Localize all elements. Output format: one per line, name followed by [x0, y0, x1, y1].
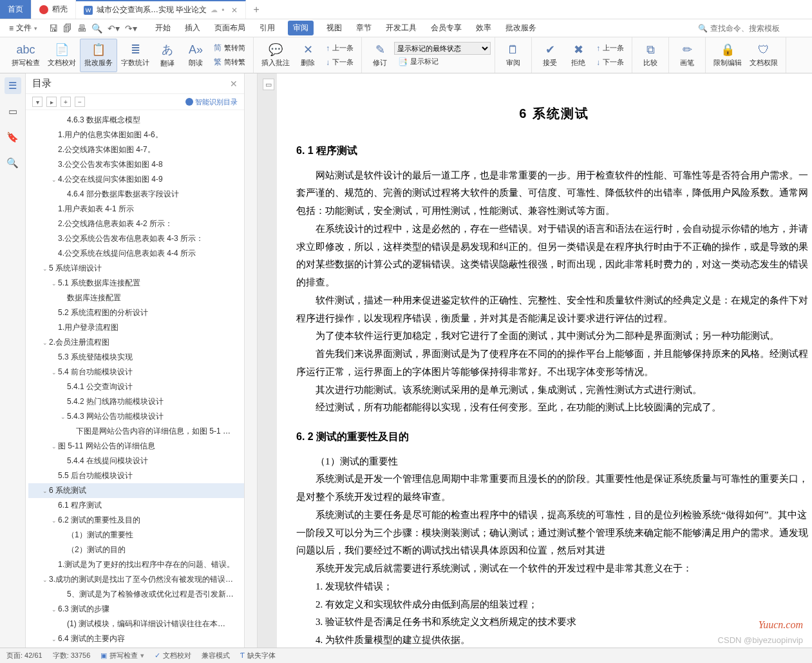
outline-item[interactable]: 数据库连接配置 [28, 291, 244, 305]
tab-document-active[interactable]: W 城市公交查询系…实现 毕业论文 ☁ • ✕ [76, 0, 246, 19]
search-input[interactable] [710, 24, 788, 33]
outline-view-icon[interactable]: ☰ [5, 77, 21, 94]
menu-6[interactable]: 章节 [355, 20, 373, 36]
show-markup-button[interactable]: 📑显示标记 [394, 55, 491, 69]
marksvc-button[interactable]: 📋批改服务 [80, 39, 117, 72]
outline-item[interactable]: ⌄图 5-11 网站公告的详细信息 [28, 439, 244, 454]
outline-item[interactable]: ⌄2.会员注册流程图 [28, 335, 244, 350]
readaloud-button[interactable]: A»朗读 [182, 39, 210, 72]
toggle-icon[interactable]: ⌄ [50, 280, 58, 287]
outline-item[interactable]: （2）测试的目的 [28, 543, 244, 557]
toggle-icon[interactable]: ⌄ [59, 414, 67, 420]
outline-item[interactable]: 1.用户登录流程图 [28, 320, 244, 335]
outline-item[interactable]: ⌄6.3 测试的步骤 [28, 602, 244, 617]
compare-button[interactable]: ⧉比较 [636, 39, 665, 72]
outline-item[interactable]: 1.测试是为了更好的找出程序中存在的问题、错误。 [28, 557, 244, 572]
tab-menu-icon[interactable]: • [222, 6, 224, 15]
outline-item[interactable]: ⌄5 系统详细设计 [28, 261, 244, 276]
redo-icon[interactable]: ↷▾ [125, 23, 137, 34]
outline-item[interactable]: (1) 测试模块，编码和详细设计错误往往在本… [28, 617, 244, 631]
expand-icon[interactable]: ▸ [46, 97, 57, 107]
undo-icon[interactable]: ↶▾ [108, 23, 120, 34]
toggle-icon[interactable]: ⌄ [50, 177, 58, 183]
word-count[interactable]: 字数: 33756 [53, 651, 91, 660]
toggle-icon[interactable]: ⌄ [50, 443, 58, 450]
tab-home[interactable]: 首页 [0, 0, 32, 19]
toggle-icon[interactable]: ⌄ [50, 369, 58, 376]
outline-item[interactable]: ⌄4.公交在线提问实体图如图 4-9 [28, 172, 244, 187]
print-icon[interactable]: 🖶 [77, 23, 86, 34]
ink-button[interactable]: ✏画笔 [673, 39, 701, 72]
outline-item[interactable]: 下图是网站公告内容的详细信息，如图 5-1 … [28, 424, 244, 439]
outline-item[interactable]: 4.公交系统在线提问信息表如表 4-4 所示 [28, 246, 244, 261]
outline-item[interactable]: 3.公交公告发布实体图如图 4-8 [28, 157, 244, 172]
close-tab-icon[interactable]: ✕ [231, 6, 238, 15]
toggle-icon[interactable]: ⌄ [41, 577, 49, 583]
toggle-icon[interactable]: ⌄ [50, 517, 58, 524]
translate-button[interactable]: あ翻译 [153, 39, 182, 72]
outline-item[interactable]: ⌄5.1 系统数据库连接配置 [28, 276, 244, 291]
menu-10[interactable]: 批改服务 [504, 20, 538, 36]
status-proofread[interactable]: ✓文档校对 [155, 651, 191, 660]
status-compat-mode[interactable]: 兼容模式 [202, 651, 230, 660]
delete-comment-button[interactable]: ✕删除 [294, 39, 322, 72]
toggle-icon[interactable]: ⌄ [41, 488, 49, 494]
smart-outline-button[interactable]: 智能识别目录 [185, 97, 238, 107]
outline-item[interactable]: ⌄5.4.3 网站公告功能模块设计 [28, 409, 244, 424]
save-icon[interactable]: 🖫 [49, 23, 58, 34]
find-icon[interactable]: 🔍 [5, 155, 21, 171]
trad-to-simp-button[interactable]: 简繁转简 [210, 41, 249, 55]
outline-item[interactable]: 5.4.2 热门线路功能模块设计 [28, 394, 244, 409]
restrict-edit-button[interactable]: 🔒限制编辑 [710, 39, 746, 72]
close-outline-icon[interactable]: ✕ [230, 79, 238, 89]
toggle-icon[interactable]: ⌄ [50, 636, 58, 642]
file-menu[interactable]: ≡文件▾ [5, 21, 41, 35]
wordcount-button[interactable]: ≣字数统计 [117, 39, 153, 72]
accept-button[interactable]: ✔接受 [536, 39, 564, 72]
outline-item[interactable]: 5.4.4 在线提问模块设计 [28, 454, 244, 468]
menu-3[interactable]: 引用 [258, 20, 276, 36]
menu-8[interactable]: 会员专享 [430, 20, 463, 36]
nav-icon[interactable]: ▭ [5, 103, 21, 120]
outline-item[interactable]: ⌄6 系统测试 [28, 483, 244, 498]
menu-7[interactable]: 开发工具 [384, 20, 418, 36]
document-page[interactable]: 6 系统测试 6. 1 程序测试 网站测试是软件设计的最后一道工序，也是非常重要… [277, 73, 812, 648]
outline-item[interactable]: （1）测试的重要性 [28, 528, 244, 543]
prev-change-button[interactable]: ↑上一条 [592, 41, 628, 55]
collapse-all-icon[interactable]: ▾ [32, 97, 42, 107]
simp-to-trad-button[interactable]: 繁简转繁 [210, 55, 249, 70]
page-indicator[interactable]: 页面: 42/61 [6, 651, 42, 660]
status-missing-font[interactable]: Ƭ缺失字体 [240, 651, 276, 660]
outline-item[interactable]: 5.5 后台功能模块设计 [28, 468, 244, 483]
toggle-icon[interactable]: ⌄ [41, 340, 49, 346]
outline-item[interactable]: ⌄6.4 测试的主要内容 [28, 631, 244, 646]
next-change-button[interactable]: ↓下一条 [592, 55, 628, 70]
add-heading-icon[interactable]: + [61, 97, 71, 107]
outline-item[interactable]: 5.4.1 公交查询设计 [28, 380, 244, 394]
outline-item[interactable]: 1.用户的信息实体图如图 4-6。 [28, 128, 244, 142]
menu-9[interactable]: 效率 [475, 20, 493, 36]
track-changes-button[interactable]: ✎修订 [366, 39, 394, 72]
outline-item[interactable]: 4.6.4 部分数据库数据表字段设计 [28, 187, 244, 202]
reject-button[interactable]: ✖拒绝 [564, 39, 592, 72]
prev-comment-button[interactable]: ↑上一条 [322, 41, 357, 55]
insert-comment-button[interactable]: 💬插入批注 [258, 39, 294, 72]
markup-display-select[interactable]: 显示标记的最终状态 [394, 42, 491, 55]
outline-item[interactable]: 4.6.3 数据库概念模型 [28, 113, 244, 128]
menu-0[interactable]: 开始 [154, 20, 172, 36]
outline-item[interactable]: 2.公交线路实体图如图 4-7。 [28, 142, 244, 157]
outline-item[interactable]: 3.公交系统公告发布信息表如表 4-3 所示： [28, 231, 244, 246]
doc-permission-button[interactable]: 🛡文档权限 [746, 39, 782, 72]
outline-item[interactable]: ⌄5.4 前台功能模块设计 [28, 365, 244, 380]
outline-item[interactable]: 6.1 程序测试 [28, 498, 244, 513]
outline-item[interactable]: 5.3 系统登陆模块实现 [28, 350, 244, 365]
menu-5[interactable]: 视图 [325, 20, 343, 36]
spellcheck-button[interactable]: abc拼写检查 [8, 39, 44, 72]
bookmark-icon[interactable]: 🔖 [5, 129, 21, 146]
tab-docer[interactable]: 稻壳 [32, 0, 76, 19]
save-as-icon[interactable]: 🗐 [63, 23, 72, 34]
menu-1[interactable]: 插入 [184, 20, 202, 36]
doccheck-button[interactable]: 📄文档校对 [44, 39, 80, 72]
print-preview-icon[interactable]: 🔍 [91, 23, 102, 34]
menu-2[interactable]: 页面布局 [213, 20, 247, 36]
